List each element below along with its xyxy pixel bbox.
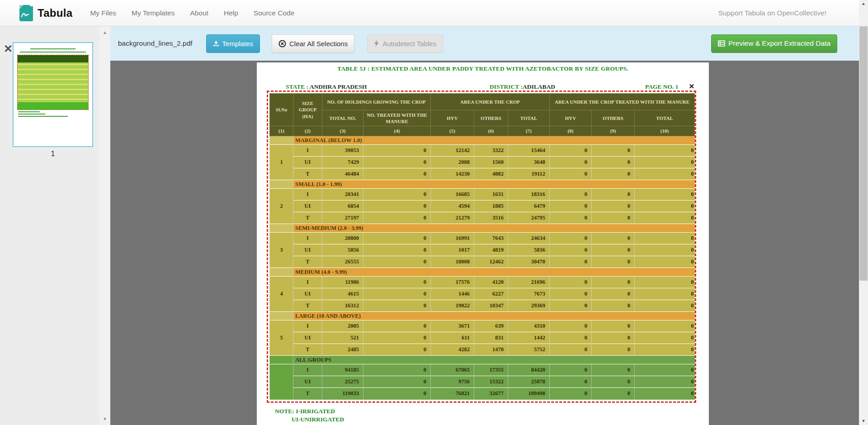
main-nav: My FilesMy TemplatesAboutHelpSource Code — [82, 9, 302, 17]
support-link[interactable]: Support Tabula on OpenCollective! — [718, 9, 826, 17]
export-button[interactable]: Preview & Export Extracted Data — [711, 34, 837, 53]
thumb-table-footer — [18, 102, 88, 110]
clear-selections-label: Clear All Selections — [289, 40, 348, 48]
thumb-title-line — [30, 48, 76, 49]
state-line: STATE : ANDHRA PRADESH — [286, 83, 367, 91]
templates-button[interactable]: Templates — [206, 34, 260, 53]
lightning-icon — [374, 40, 379, 47]
page-fold-icon — [19, 5, 24, 9]
sidebar: ▲ ▼ ✕ 1 — [0, 26, 110, 425]
nav-item-help[interactable]: Help — [216, 9, 246, 17]
page-no-label: PAGE NO. 1 — [645, 83, 679, 91]
scroll-down-icon[interactable]: ▼ — [859, 417, 868, 425]
tabula-logo-icon — [19, 5, 33, 21]
pdf-swirl-icon — [21, 10, 32, 19]
state-value: ANDHRA PRADESH — [310, 83, 367, 90]
remove-page-button[interactable]: ✕ — [4, 43, 13, 54]
brand-link[interactable]: Tabula — [19, 5, 72, 21]
toolbar: background_lines_2.pdf Templates Clear A… — [110, 26, 859, 61]
navbar: Tabula My FilesMy TemplatesAboutHelpSour… — [0, 0, 868, 26]
district-line: DISTRICT :ADILABAD — [490, 83, 555, 91]
nav-item-source-code[interactable]: Source Code — [246, 9, 302, 17]
thumb-note-line — [18, 111, 40, 112]
pdf-canvas: TABLE 5J : ESTIMATED AREA UNDER PADDY TR… — [110, 61, 859, 425]
sidebar-scroll-up-icon[interactable]: ▲ — [99, 30, 110, 35]
thumb-note-line — [18, 116, 68, 117]
document-filename: background_lines_2.pdf — [118, 39, 193, 48]
pdf-page: TABLE 5J : ESTIMATED AREA UNDER PADDY TR… — [257, 62, 709, 425]
sidebar-scrollbar[interactable]: ▲ ▼ — [99, 26, 110, 425]
scroll-up-icon[interactable]: ▲ — [859, 0, 868, 8]
autodetect-tables-label: Autodetect Tables — [382, 40, 436, 48]
window-scrollbar[interactable]: ▲ ▼ — [859, 0, 868, 425]
clear-selections-button[interactable]: Clear All Selections — [272, 34, 354, 53]
sidebar-scroll-down-icon[interactable]: ▼ — [99, 416, 110, 421]
autodetect-tables-button[interactable]: Autodetect Tables — [367, 34, 443, 53]
table-selection-box[interactable]: ✕ — [267, 91, 696, 403]
table-list-icon — [718, 40, 725, 47]
nav-item-about[interactable]: About — [182, 9, 216, 17]
upload-icon — [213, 40, 219, 47]
brand-title: Tabula — [38, 7, 72, 19]
note-line-2: UI-UNIRRIGATED — [292, 416, 344, 423]
tabula-app: Tabula My FilesMy TemplatesAboutHelpSour… — [0, 0, 868, 425]
nav-item-my-files[interactable]: My Files — [82, 9, 124, 17]
lock-icon — [30, 2, 35, 6]
thumbnail-page-number: 1 — [0, 149, 106, 158]
note-line-1: NOTE: I-IRRIGATED — [275, 408, 335, 415]
document-title: TABLE 5J : ESTIMATED AREA UNDER PADDY TR… — [257, 65, 709, 72]
export-label: Preview & Export Extracted Data — [728, 39, 830, 48]
templates-label: Templates — [222, 40, 253, 48]
thumb-table-preview — [17, 55, 89, 110]
pdf-viewport: background_lines_2.pdf Templates Clear A… — [110, 26, 859, 425]
thumb-note-line — [18, 114, 45, 115]
scrollbar-thumb[interactable] — [859, 26, 868, 281]
district-value: ADILABAD — [523, 83, 555, 90]
selection-close-button[interactable]: ✕ — [689, 82, 694, 91]
thumb-table-header — [18, 55, 88, 62]
state-label: STATE : — [286, 83, 308, 90]
circle-x-icon — [278, 40, 286, 48]
nav-item-my-templates[interactable]: My Templates — [124, 9, 182, 17]
thumb-title-line — [20, 52, 86, 53]
page-thumbnail[interactable] — [13, 42, 93, 147]
district-label: DISTRICT : — [490, 83, 523, 90]
